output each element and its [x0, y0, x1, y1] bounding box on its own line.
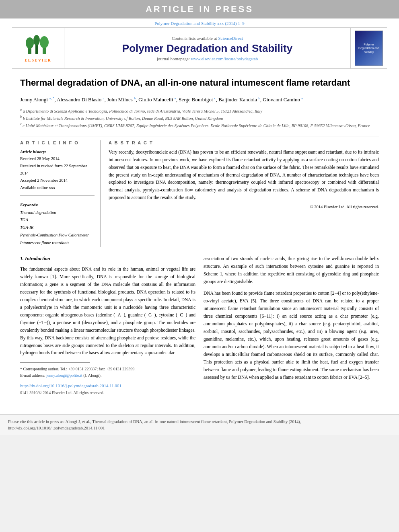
body-col-right: association of two strands of nucleic ac…	[204, 255, 379, 400]
keywords-section: Keywords: Thermal degradation TGA TGA-IR…	[20, 201, 95, 247]
keyword-1: Thermal degradation	[20, 209, 95, 217]
affiliation-b: b b Institute for Materials Research & I…	[20, 115, 379, 122]
accepted-date: Accepted 2 November 2014	[20, 177, 95, 184]
elsevier-label: ELSEVIER	[25, 58, 51, 62]
svg-point-1	[26, 37, 34, 49]
article-content: Thermal degradation of DNA, an all-in-on…	[0, 69, 399, 408]
email-footnote: E-mail address: jenny.alongi@polito.it (…	[20, 372, 195, 379]
abstract-title: A B S T R A C T	[109, 140, 379, 145]
received-revised-date: Received in revised form 22 September 20…	[20, 162, 95, 177]
citation-bar: Please cite this article in press as: Al…	[0, 414, 399, 435]
authors-line: Jenny Alongi a, *, Alessandro Di Blasio …	[20, 95, 379, 104]
body-col-left: 1. Introduction The fundamental aspects …	[20, 255, 195, 400]
journal-title-area: Contents lists available at ScienceDirec…	[64, 28, 351, 68]
article-title: Thermal degradation of DNA, an all-in-on…	[20, 77, 379, 89]
body-para-3: DNA has been found to provide flame reta…	[204, 290, 379, 381]
svg-point-5	[40, 36, 49, 48]
footnote-divider	[20, 362, 90, 363]
journal-main-title: Polymer Degradation and Stability	[122, 42, 292, 55]
issn-line: 0141-3910/© 2014 Elsevier Ltd. All right…	[20, 390, 195, 396]
keyword-5: Intumescent flame retardants	[20, 239, 95, 247]
keywords-label: Keywords:	[20, 201, 95, 209]
journal-homepage-line: journal homepage: www.elsevier.com/locat…	[157, 56, 258, 61]
body-para-2: association of two strands of nucleic ac…	[204, 255, 379, 286]
affiliations: a a Dipartimento di Scienza Applicata e …	[20, 107, 379, 129]
article-in-press-text: ArTICLE IN PRESS	[146, 4, 253, 14]
keyword-4: Pyrolysis-Combustion Flow Calorimeter	[20, 232, 95, 239]
journal-cover-thumbnail: Polymer Degradation and Stability	[355, 31, 383, 66]
doi-line: http://dx.doi.org/10.1016/j.polymdegrads…	[20, 382, 195, 390]
journal-cover-area: Polymer Degradation and Stability	[351, 28, 387, 68]
doi-link[interactable]: http://dx.doi.org/10.1016/j.polymdegrads…	[20, 383, 121, 388]
abstract-text: Very recently, deoxyribonucleic acid (DN…	[109, 148, 379, 202]
body-para-1: The fundamental aspects about DNA and it…	[20, 265, 195, 357]
section1-heading: 1. Introduction	[20, 255, 195, 263]
page-wrapper: ArTICLE IN PRESS Polymer Degradation and…	[0, 0, 399, 435]
footnotes: * Corresponding author. Tel.: +39 0131 2…	[20, 366, 195, 379]
article-history: Article history: Received 28 May 2014 Re…	[20, 148, 95, 196]
affiliation-a: a a Dipartimento di Scienza Applicata e …	[20, 107, 379, 115]
journal-cover-title: Polymer Degradation and Stability	[357, 43, 381, 53]
article-in-press-banner: ArTICLE IN PRESS	[0, 0, 399, 18]
svg-rect-2	[35, 44, 38, 54]
keyword-2: TGA	[20, 216, 95, 224]
keyword-3: TGA-IR	[20, 224, 95, 232]
elsevier-tree-icon	[24, 34, 52, 56]
science-direct-line: Contents lists available at ScienceDirec…	[172, 36, 243, 41]
corresponding-footnote: * Corresponding author. Tel.: +39 0131 2…	[20, 366, 195, 372]
body-columns: 1. Introduction The fundamental aspects …	[20, 255, 379, 400]
received-date: Received 28 May 2014	[20, 155, 95, 162]
history-label: Article history:	[20, 148, 95, 156]
sciencedirect-link[interactable]: ScienceDirect	[218, 36, 243, 41]
citation-text: Please cite this article in press as: Al…	[8, 419, 301, 430]
info-abstract-row: A R T I C L E I N F O Article history: R…	[20, 136, 379, 247]
abstract-col: A B S T R A C T Very recently, deoxyribo…	[109, 140, 379, 247]
journal-info-line: Polymer Degradation and Stability xxx (2…	[0, 18, 399, 27]
article-info-col: A R T I C L E I N F O Article history: R…	[20, 140, 101, 247]
journal-header: ELSEVIER Contents lists available at Sci…	[12, 27, 387, 69]
journal-info-link[interactable]: Polymer Degradation and Stability xxx (2…	[154, 21, 245, 26]
svg-point-3	[33, 35, 40, 45]
email-link[interactable]: jenny.alongi@polito.it	[46, 373, 82, 378]
elsevier-logo-area: ELSEVIER	[12, 28, 64, 68]
article-info-title: A R T I C L E I N F O	[20, 140, 95, 145]
journal-homepage-link[interactable]: www.elsevier.com/locate/polydegstab	[191, 56, 258, 61]
affiliation-c: c c Unité Matériaux et Transformations (…	[20, 122, 379, 129]
abstract-copyright: © 2014 Elsevier Ltd. All rights reserved…	[109, 205, 379, 209]
available-date: Available online xxx	[20, 184, 95, 191]
